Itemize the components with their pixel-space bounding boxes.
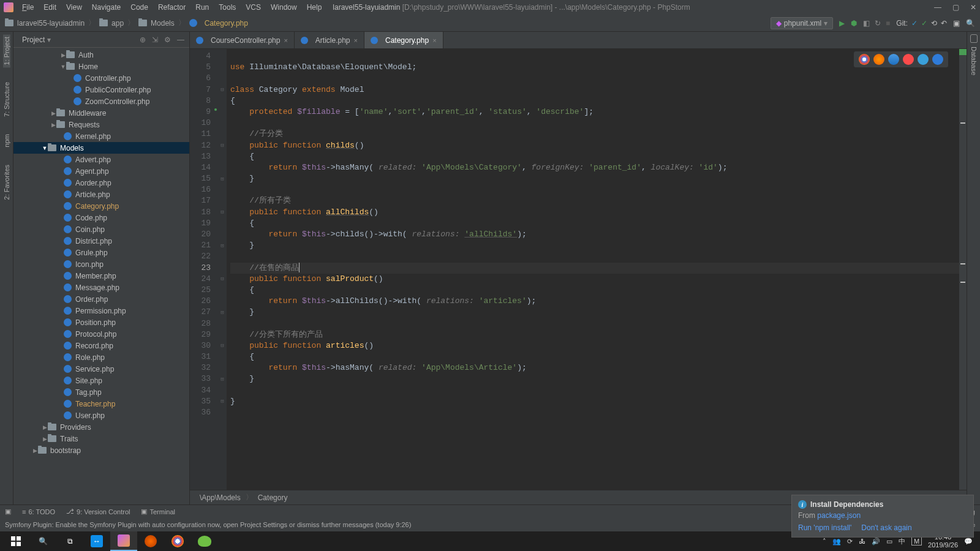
app-icon[interactable]	[137, 531, 164, 551]
minimize-icon[interactable]: ―	[934, 3, 941, 12]
phpstorm-logo-icon	[4, 2, 13, 12]
fold-gutter[interactable]: ⊟⊟⊡⊟⊡⊟⊡⊟⊡⊡	[218, 49, 227, 490]
close-icon[interactable]: ✕	[970, 3, 976, 12]
folder-icon	[5, 20, 13, 26]
tool-project[interactable]: 1: Project	[3, 34, 10, 67]
tool-npm[interactable]: npm	[3, 132, 10, 149]
tray-keyboard-icon[interactable]: M	[911, 537, 922, 545]
search-icon[interactable]: 🔍	[29, 531, 56, 551]
tool-todo[interactable]: ≡ 6: TODO	[22, 508, 55, 515]
tab-article[interactable]: Article.php×	[295, 32, 364, 48]
tray-notifications-icon[interactable]: 💬	[964, 538, 973, 545]
titlebar: FFileile Edit View Navigate Code Refacto…	[0, 0, 980, 15]
menu-help[interactable]: Help	[303, 2, 326, 13]
menu-navigate[interactable]: Navigate	[88, 2, 124, 13]
coverage-icon[interactable]: ◧	[863, 19, 870, 28]
menu-tools[interactable]: Tools	[215, 2, 239, 13]
tool-terminal[interactable]: ▣ Terminal	[141, 508, 175, 515]
editor-scrollbar[interactable]	[959, 49, 967, 490]
tab-coursecontroller[interactable]: CourseController.php×	[190, 32, 295, 48]
debug-icon[interactable]: ⬢	[851, 19, 857, 28]
run-config-selector[interactable]: ◆ phpunit.xml ▾	[771, 17, 833, 29]
git-revert-icon[interactable]: ↶	[941, 19, 947, 28]
close-tab-icon[interactable]: ×	[284, 37, 287, 44]
close-tab-icon[interactable]: ×	[354, 37, 358, 44]
settings-gear-icon[interactable]: ⚙	[164, 36, 171, 44]
project-tree[interactable]: ▶Auth ▼Home Controller.php PublicControl…	[13, 48, 189, 504]
tool-structure[interactable]: 7: Structure	[3, 80, 10, 119]
folder-icon	[138, 20, 147, 26]
collapse-all-icon[interactable]: ⇲	[152, 36, 158, 44]
breadcrumb-root[interactable]: laravel55-layuiadmin	[17, 19, 85, 28]
ie-icon[interactable]	[918, 54, 929, 65]
navigation-toolbar: laravel55-layuiadmin 〉 app 〉 Models 〉 Ca…	[0, 15, 980, 32]
maximize-icon[interactable]: ▢	[952, 3, 959, 12]
breadcrumb-class[interactable]: Category	[258, 493, 288, 502]
run-npm-install-link[interactable]: Run 'npm install'	[798, 523, 851, 532]
breadcrumb: laravel55-layuiadmin 〉 app 〉 Models 〉 Ca…	[5, 18, 248, 28]
folder-icon	[99, 20, 108, 26]
tool-database[interactable]: Database	[970, 47, 978, 75]
hide-icon[interactable]: ―	[177, 36, 184, 44]
git-update-icon[interactable]: ✓	[911, 19, 918, 28]
tray-chevron-icon[interactable]: ˄	[823, 538, 826, 545]
chrome-taskbar-icon[interactable]	[164, 531, 191, 551]
teamviewer-icon[interactable]: ↔	[83, 531, 110, 551]
tool-window-quick-access-icon[interactable]: ▣	[5, 508, 11, 515]
svg-rect-1	[17, 536, 21, 541]
editor[interactable]: 4567891011121314151617181920212223242526…	[190, 49, 967, 490]
menu-refactor[interactable]: Refactor	[154, 2, 189, 13]
breadcrumb-file[interactable]: Category.php	[205, 19, 248, 28]
project-sidebar-header: Project ▾ ⊕ ⇲ ⚙ ―	[13, 32, 189, 48]
chrome-icon[interactable]	[859, 54, 870, 65]
tray-volume-icon[interactable]: 🔊	[872, 538, 880, 545]
menu-file[interactable]: FFileile	[18, 2, 37, 13]
link-package-json[interactable]: package.json	[817, 511, 861, 520]
tool-version-control[interactable]: ⎇ 9: Version Control	[66, 508, 130, 515]
firefox-icon[interactable]	[873, 54, 884, 65]
breadcrumb-models[interactable]: Models	[151, 19, 175, 28]
tray-battery-icon[interactable]: ▭	[886, 538, 892, 545]
menu-edit[interactable]: Edit	[40, 2, 60, 13]
code-area[interactable]: use Illuminate\Database\Eloquent\Model; …	[227, 49, 967, 490]
tab-category[interactable]: Category.php×	[364, 32, 443, 48]
app2-icon[interactable]	[191, 531, 218, 551]
menu-code[interactable]: Code	[127, 2, 152, 13]
tray-sync-icon[interactable]: ⟳	[847, 538, 853, 545]
project-sidebar: Project ▾ ⊕ ⇲ ⚙ ― ▶Auth ▼Home Controller…	[13, 32, 190, 504]
php-file-icon	[189, 19, 197, 27]
editor-tabs: CourseController.php× Article.php× Categ…	[190, 32, 967, 49]
opera-icon[interactable]	[903, 54, 914, 65]
tray-ime-icon[interactable]: 中	[899, 537, 905, 546]
git-label: Git:	[896, 19, 908, 28]
window-title: laravel55-layuiadmin [D:\phpstudy_pro\WW…	[333, 3, 690, 12]
git-commit-icon[interactable]: ✓	[921, 19, 927, 28]
scroll-from-source-icon[interactable]: ⊕	[140, 36, 146, 44]
ide-settings-icon[interactable]: ▣	[953, 19, 960, 28]
tray-network-icon[interactable]: 🖧	[859, 538, 865, 545]
breadcrumb-namespace[interactable]: \App\Models	[200, 493, 241, 502]
start-button[interactable]	[2, 531, 29, 551]
menu-view[interactable]: View	[62, 2, 86, 13]
tool-favorites[interactable]: 2: Favorites	[3, 162, 10, 202]
menu-vcs[interactable]: VCS	[242, 2, 265, 13]
edge-icon[interactable]	[932, 54, 943, 65]
task-view-icon[interactable]: ⧉	[56, 531, 83, 551]
menu-run[interactable]: Run	[192, 2, 213, 13]
stop-icon[interactable]: ■	[886, 19, 890, 28]
right-tool-window-stripe: Database	[967, 32, 980, 504]
profile-icon[interactable]: ↻	[875, 19, 881, 28]
breadcrumb-app[interactable]: app	[111, 19, 124, 28]
database-icon[interactable]	[970, 34, 978, 43]
close-tab-icon[interactable]: ×	[432, 37, 436, 44]
phpstorm-taskbar-icon[interactable]	[110, 531, 137, 551]
svg-rect-3	[17, 542, 21, 546]
menu-window[interactable]: Window	[267, 2, 301, 13]
svg-rect-2	[11, 542, 15, 546]
git-history-icon[interactable]: ⟲	[931, 19, 937, 28]
run-icon[interactable]: ▶	[839, 19, 845, 28]
tray-people-icon[interactable]: 👥	[832, 538, 841, 545]
safari-icon[interactable]	[888, 54, 899, 65]
dont-ask-again-link[interactable]: Don't ask again	[861, 523, 911, 532]
search-everywhere-icon[interactable]: 🔍	[966, 19, 975, 28]
